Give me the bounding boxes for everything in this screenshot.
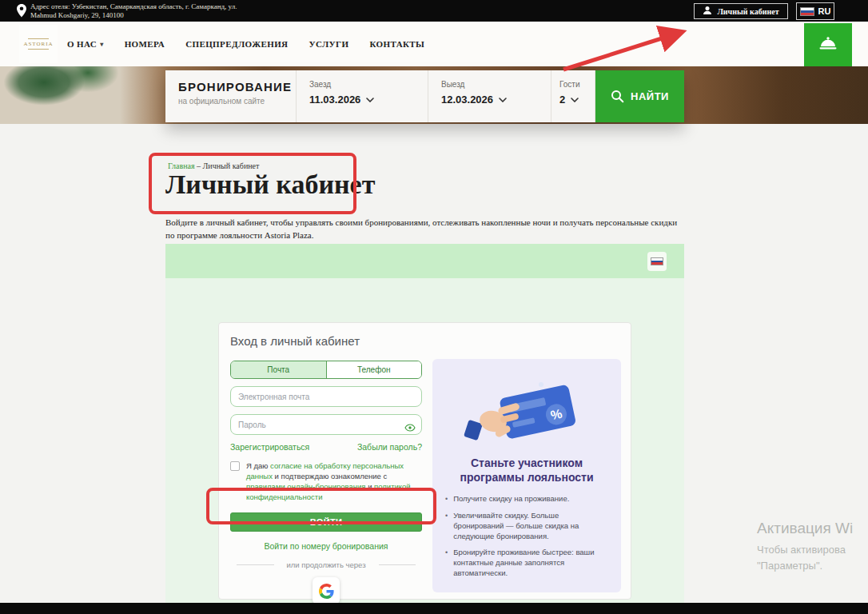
- loyalty-bullet: •Бронируйте проживание быстрее: ваши кон…: [445, 548, 611, 578]
- email-input[interactable]: [230, 386, 422, 407]
- account-button[interactable]: Личный кабинет: [694, 3, 788, 19]
- top-bar: Адрес отеля: Узбекистан, Самаркандская о…: [0, 0, 868, 22]
- google-login-button[interactable]: [313, 577, 340, 604]
- hotel-logo[interactable]: ASTORIA: [19, 25, 58, 63]
- checkin-field[interactable]: Заезд 11.03.2026: [297, 70, 428, 122]
- logo-ornament: [28, 38, 49, 39]
- checkout-value[interactable]: 12.03.2026: [441, 94, 551, 106]
- booking-rules-link[interactable]: правилами онлайн-бронирования: [246, 482, 366, 491]
- loyalty-bullets: •Получите скидку на проживание. •Увеличи…: [445, 494, 611, 579]
- consent-row: Я даю согласие на обработку персональных…: [230, 460, 422, 502]
- account-button-label: Личный кабинет: [717, 7, 778, 16]
- forgot-password-link[interactable]: Забыли пароль?: [357, 442, 422, 452]
- login-method-tabs: Почта Телефон: [230, 361, 422, 379]
- bullet-dot: •: [445, 494, 448, 504]
- login-form: Почта Телефон Зарегистрироваться Забыли …: [230, 361, 422, 604]
- login-card: Вход в личный кабинет Почта Телефон Заре…: [218, 322, 631, 600]
- bottom-bar: [0, 603, 868, 614]
- page: Адрес отеля: Узбекистан, Самаркандская о…: [0, 0, 868, 614]
- consent-checkbox[interactable]: [230, 461, 240, 471]
- search-button-label: НАЙТИ: [631, 90, 669, 102]
- nav-item-about[interactable]: О НАС▾: [67, 39, 104, 49]
- nav-item-offers[interactable]: СПЕЦПРЕДЛОЖЕНИЯ: [185, 39, 288, 49]
- search-button[interactable]: НАЙТИ: [595, 70, 684, 122]
- language-switcher[interactable]: RU: [796, 2, 834, 20]
- tab-email[interactable]: Почта: [231, 361, 326, 378]
- logo-ornament: [28, 49, 49, 50]
- show-password-icon[interactable]: [404, 421, 416, 435]
- tab-phone[interactable]: Телефон: [326, 361, 422, 378]
- loyalty-bullet: •Увеличивайте скидку. Больше бронировани…: [445, 511, 611, 541]
- guests-value[interactable]: 2: [559, 94, 595, 106]
- bullet-dot: •: [445, 548, 448, 578]
- nav-item-rooms[interactable]: НОМЕРА: [125, 39, 165, 49]
- checkout-label: Выезд: [441, 80, 551, 89]
- guests-field[interactable]: Гости 2: [551, 70, 595, 122]
- divider-text: или продолжить через: [287, 560, 366, 569]
- booking-number-login-link[interactable]: Войти по номеру бронирования: [230, 541, 422, 551]
- hotel-address: Адрес отеля: Узбекистан, Самаркандская о…: [30, 2, 237, 20]
- nav-item-contacts[interactable]: КОНТАКТЫ: [369, 39, 424, 49]
- chevron-down-icon: ▾: [100, 41, 103, 48]
- page-title: Личный кабинет: [165, 169, 375, 200]
- checkout-field[interactable]: Выезд 12.03.2026: [428, 70, 551, 122]
- russia-flag-icon: [800, 7, 814, 16]
- chevron-down-icon: [571, 98, 579, 102]
- logo-text: ASTORIA: [23, 41, 53, 47]
- loyalty-heading: Станьте участником программы лояльности: [432, 457, 621, 484]
- login-heading: Вход в личный кабинет: [230, 334, 360, 348]
- cloche-icon: [818, 35, 838, 54]
- loyalty-bullet: •Получите скидку на проживание.: [445, 494, 611, 504]
- booking-subtitle: на официальном сайте: [178, 97, 296, 106]
- google-icon: [319, 584, 334, 599]
- person-icon: [703, 6, 712, 17]
- chevron-down-icon: [366, 98, 374, 102]
- restaurant-button[interactable]: [804, 23, 852, 66]
- password-input[interactable]: [230, 414, 422, 435]
- guests-label: Гости: [559, 80, 595, 89]
- consent-text: Я даю согласие на обработку персональных…: [246, 460, 420, 502]
- windows-activation-watermark: Активация Wi Чтобы активирова "Параметры…: [757, 520, 853, 572]
- checkin-label: Заезд: [309, 80, 428, 89]
- nav-item-services[interactable]: УСЛУГИ: [309, 39, 348, 49]
- divider-line: [379, 564, 416, 565]
- banner-language-button[interactable]: [647, 252, 667, 271]
- loyalty-panel: % Станьте участником программы лояльност…: [432, 359, 621, 592]
- search-icon: [611, 90, 624, 103]
- main-navbar: ASTORIA О НАС▾ НОМЕРА СПЕЦПРЕДЛОЖЕНИЯ УС…: [0, 22, 868, 66]
- loyalty-card-illustration: %: [463, 372, 591, 452]
- divider-line: [237, 564, 274, 565]
- booking-bar: БРОНИРОВАНИЕ на официальном сайте Заезд …: [165, 70, 684, 122]
- green-banner: [165, 244, 684, 278]
- intro-paragraph: Войдите в личный кабинет, чтобы управлят…: [165, 217, 682, 242]
- russia-flag-icon: [651, 257, 663, 265]
- chevron-down-icon: [499, 98, 507, 102]
- register-link[interactable]: Зарегистрироваться: [230, 442, 309, 452]
- social-login-divider: или продолжить через: [230, 560, 422, 569]
- location-pin-icon: [17, 4, 26, 21]
- checkin-value[interactable]: 11.03.2026: [309, 94, 428, 106]
- login-submit-button[interactable]: ВОЙТИ: [230, 512, 422, 532]
- booking-title-block: БРОНИРОВАНИЕ на официальном сайте: [165, 70, 297, 122]
- nav-menu: О НАС▾ НОМЕРА СПЕЦПРЕДЛОЖЕНИЯ УСЛУГИ КОН…: [67, 22, 424, 66]
- language-code: RU: [818, 6, 831, 16]
- booking-title: БРОНИРОВАНИЕ: [178, 80, 296, 94]
- bullet-dot: •: [445, 511, 448, 541]
